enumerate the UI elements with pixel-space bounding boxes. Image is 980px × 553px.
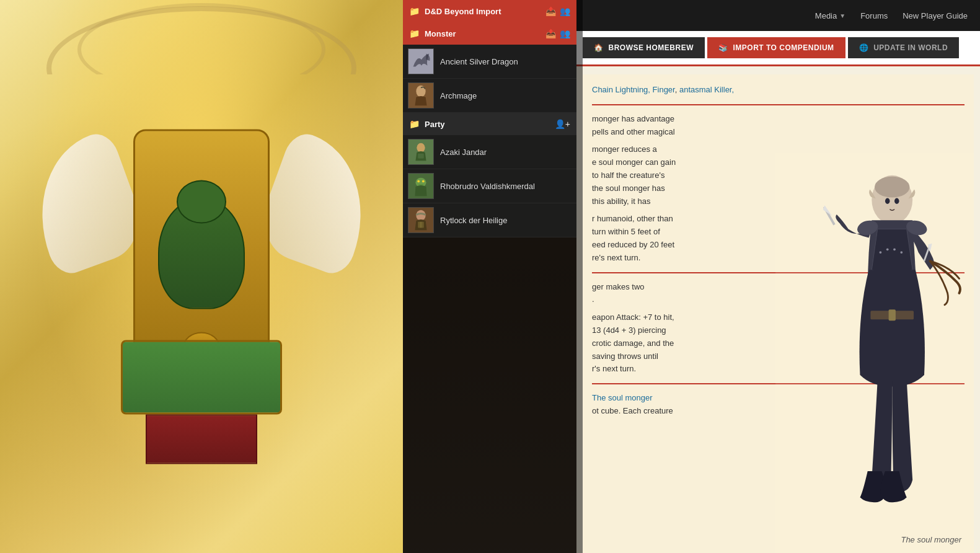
azaki-name: Azaki Jandar	[440, 148, 487, 157]
monster-item-dragon[interactable]: Ancient Silver Dragon	[403, 45, 576, 79]
monster-add-icon[interactable]: 👥	[560, 29, 570, 38]
dragon-thumbnail	[408, 48, 434, 74]
action-buttons-bar: 🏠 BROWSE HOMEBREW 📚 IMPORT TO COMPENDIUM…	[576, 31, 980, 66]
svg-point-26	[416, 210, 425, 221]
svg-point-24	[422, 180, 425, 182]
monster-portrait: The soul monger	[738, 149, 974, 553]
svg-point-13	[900, 251, 903, 254]
party-folder-icon: 📁	[409, 119, 420, 129]
throne-base	[146, 415, 257, 464]
soul-monger-caption: The soul monger	[901, 534, 961, 547]
spell-links-text: Chain Lightning, Finger, antasmal Killer…	[592, 84, 965, 97]
svg-point-5	[894, 198, 899, 204]
svg-point-2	[875, 177, 909, 198]
ddb-import-title: D&D Beyond Import	[425, 7, 541, 16]
party-section-header: 📁 Party 👤+	[403, 113, 576, 135]
main-top-nav: Media ▼ Forums New Player Guide	[576, 0, 980, 31]
soul-monger-illustration	[775, 149, 974, 553]
svg-point-23	[417, 180, 420, 182]
svg-point-12	[893, 248, 896, 250]
throne-area	[84, 123, 319, 464]
monster-section-header: 📁 Monster 📤 👥	[403, 22, 576, 45]
book-icon: 📚	[718, 43, 728, 52]
monster-item-archmage[interactable]: Archmage	[403, 79, 576, 113]
svg-point-19	[417, 143, 425, 153]
archmage-thumb-svg	[408, 82, 433, 108]
svg-point-10	[880, 251, 882, 254]
archmage-thumbnail	[408, 82, 434, 108]
rytlock-name: Rytlock der Heilige	[440, 216, 507, 225]
monster-section-title: Monster	[425, 29, 541, 38]
rhobrudro-name: Rhobrudro Valdishkmerdal	[440, 182, 535, 191]
media-chevron-icon: ▼	[839, 12, 845, 19]
svg-rect-20	[418, 154, 424, 159]
nav-new-player-guide[interactable]: New Player Guide	[903, 11, 968, 20]
svg-point-11	[886, 248, 889, 250]
ddb-header-actions: 📤 👥	[545, 6, 570, 16]
browse-homebrew-button[interactable]: 🏠 BROWSE HOMEBREW	[583, 37, 705, 58]
svg-rect-9	[889, 309, 896, 321]
throne-creature	[158, 198, 245, 309]
azaki-avatar	[408, 139, 434, 165]
background-illustration	[0, 0, 403, 553]
home-icon: 🏠	[594, 43, 604, 52]
soul-monger-ref[interactable]: The soul monger	[592, 393, 653, 402]
monster-folder-icon: 📁	[409, 29, 420, 38]
wing-left	[16, 128, 152, 279]
ddb-add-user-icon[interactable]: 👥	[560, 6, 570, 16]
throne-seat	[121, 340, 282, 415]
globe-icon: 🌐	[859, 43, 869, 52]
monster-list: Ancient Silver Dragon Archmage	[403, 45, 576, 113]
party-add-icon[interactable]: 👤+	[555, 119, 570, 129]
ddb-import-header: 📁 D&D Beyond Import 📤 👥	[403, 0, 576, 22]
nav-forums[interactable]: Forums	[860, 11, 888, 20]
party-item-rhobrudro[interactable]: Rhobrudro Valdishkmerdal	[403, 169, 576, 203]
main-content: 🏠 BROWSE HOMEBREW 📚 IMPORT TO COMPENDIUM…	[576, 0, 980, 553]
update-world-button[interactable]: 🌐 UPDATE IN WORLD	[848, 37, 959, 58]
nav-media[interactable]: Media ▼	[815, 11, 845, 20]
rhobrudro-avatar	[408, 173, 434, 199]
party-item-rytlock[interactable]: Rytlock der Heilige	[403, 203, 576, 237]
party-item-azaki[interactable]: Azaki Jandar	[403, 135, 576, 169]
dragon-thumb-svg	[408, 48, 433, 74]
wing-right	[252, 128, 387, 279]
rytlock-avatar	[408, 207, 434, 233]
folder-icon: 📁	[409, 6, 420, 16]
monster-upload-icon[interactable]: 📤	[545, 29, 556, 38]
dropdown-panel: 📁 D&D Beyond Import 📤 👥 📁 Monster 📤 👥	[403, 0, 576, 237]
archmage-name: Archmage	[440, 91, 477, 100]
import-compendium-button[interactable]: 📚 IMPORT TO COMPENDIUM	[707, 37, 845, 58]
dragon-name: Ancient Silver Dragon	[440, 57, 518, 66]
svg-point-4	[885, 198, 890, 204]
stat-block-content: Chain Lightning, Finger, antasmal Killer…	[583, 74, 974, 553]
ddb-upload-icon[interactable]: 📤	[545, 6, 556, 16]
party-title: Party	[425, 120, 550, 129]
party-list: Azaki Jandar Rhobrudro Valdishkmerdal	[403, 135, 576, 237]
